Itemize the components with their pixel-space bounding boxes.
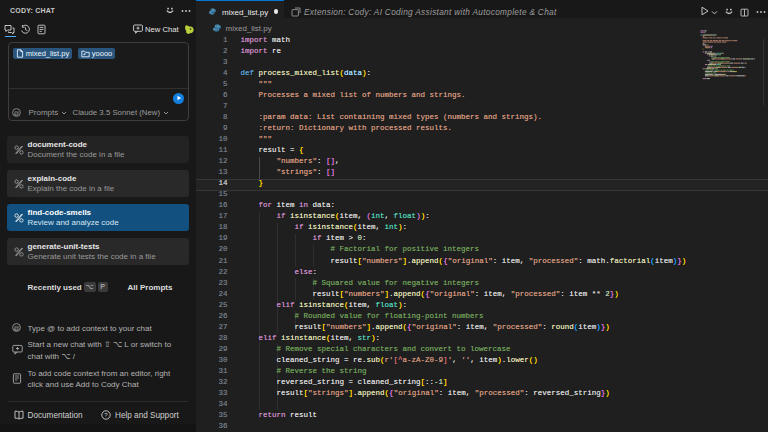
svg-text:@: @ [13,109,19,115]
svg-text:?: ? [104,412,108,418]
svg-text:@: @ [13,325,19,331]
